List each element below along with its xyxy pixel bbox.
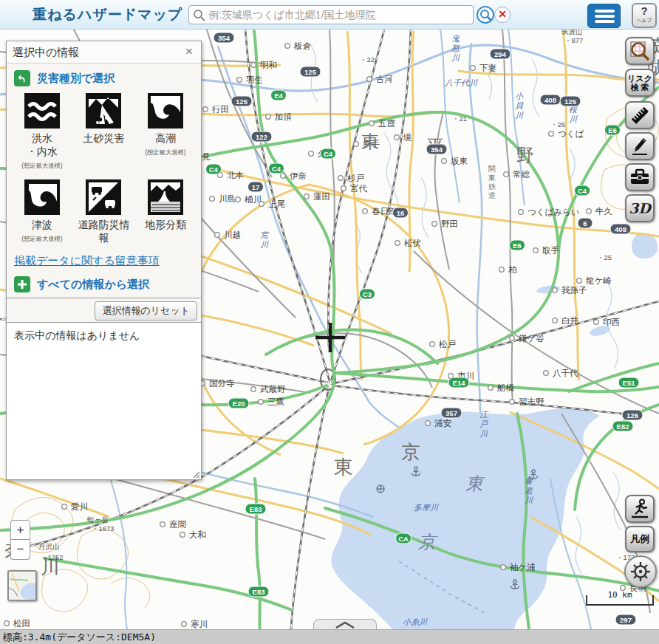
disaster-type-section[interactable]: 災害種別で選択: [7, 64, 201, 90]
search-submit-button[interactable]: [477, 6, 494, 24]
city-label: 松戸: [439, 340, 457, 349]
water-label: 多摩川: [414, 503, 439, 512]
city-label: 我孫子: [561, 286, 587, 295]
map-search-button[interactable]: [625, 37, 655, 65]
region-label: 東: [361, 131, 379, 152]
search-clear-button[interactable]: ✕: [494, 7, 511, 23]
city-label: 浦安: [434, 419, 452, 428]
minimap-button[interactable]: [7, 570, 37, 601]
shield-label: C4: [324, 150, 333, 158]
elevation-readout: 標高:3.4m(データソース:DEM5A): [3, 631, 156, 643]
shield-label: C4: [209, 165, 219, 174]
city-label: 取手: [542, 246, 559, 255]
zoom-out-button[interactable]: −: [10, 540, 30, 560]
hazard-note: (想定最大規模): [13, 235, 70, 244]
zoom-in-button[interactable]: +: [10, 520, 30, 540]
city-marker: [266, 114, 271, 120]
city-marker: [182, 622, 187, 627]
hazard-note: (想定最大規模): [137, 148, 194, 157]
hazard-grid: 洪水・内水(想定最大規模)土砂災害高潮(想定最大規模)津波(想定最大規模)道路防…: [7, 90, 201, 244]
threed-button[interactable]: 3D: [625, 194, 655, 222]
city-marker: [510, 400, 515, 405]
city-marker: [259, 400, 264, 405]
resize-handle-icon[interactable]: [192, 470, 200, 479]
selected-info-list: 表示中の情報はありません: [7, 322, 201, 479]
evacuation-site-button[interactable]: [625, 495, 655, 523]
data-notes-link[interactable]: 掲載データに関する留意事項: [7, 244, 201, 275]
city-label: 野田: [441, 219, 458, 228]
city-marker: [504, 172, 509, 177]
pencil-icon: [629, 136, 650, 157]
shield-label: 354: [218, 34, 231, 42]
port-mark-icon: [377, 485, 384, 493]
hazard-label: 高潮: [134, 131, 197, 145]
shield-label: 297: [620, 616, 632, 624]
all-info-section[interactable]: すべての情報から選択: [7, 275, 201, 296]
search-input[interactable]: [208, 7, 468, 23]
shield-label: E83: [250, 505, 262, 513]
spot-elevation-label: ・21: [452, 114, 467, 123]
draw-button[interactable]: [625, 132, 655, 160]
measure-button[interactable]: [625, 101, 655, 129]
hazard-flood[interactable]: 洪水・内水(想定最大規模): [11, 93, 73, 171]
risk-search-button[interactable]: リスク 検 索: [625, 69, 655, 97]
city-label: 古河: [376, 75, 393, 83]
city-label: つくば: [558, 129, 585, 138]
help-button[interactable]: ? ヘルプ: [632, 3, 657, 28]
menu-button[interactable]: [587, 4, 621, 28]
shield-label: 126: [626, 411, 638, 419]
city-marker: [251, 63, 256, 68]
city-marker: [510, 336, 515, 341]
shield-label: 354: [431, 145, 443, 154]
hazard-landform[interactable]: 地形分類: [134, 179, 197, 244]
city-label: 板倉: [293, 41, 312, 50]
city-label: 白井: [561, 316, 579, 325]
city-label: 武蔵野: [260, 385, 286, 394]
city-label: 杉戸: [346, 174, 365, 182]
search-icon: [193, 9, 205, 21]
tools-button[interactable]: [625, 163, 655, 191]
minimap-icon: [9, 572, 35, 600]
reset-selection-button[interactable]: 選択情報のリセット: [95, 301, 197, 321]
hazard-tsunami[interactable]: 津波(想定最大規模): [11, 179, 73, 244]
hazard-storm-surge[interactable]: 高潮(想定最大規模): [134, 93, 197, 171]
city-marker: [432, 222, 437, 227]
water-label: 鬼怒川: [451, 34, 460, 62]
city-label: 鎌ケ谷: [519, 334, 544, 343]
city-label: 伊奈: [290, 171, 307, 180]
close-icon[interactable]: ×: [182, 41, 197, 62]
city-label: 龍ケ崎: [586, 276, 612, 285]
city-label: 習志野: [519, 397, 544, 406]
city-label: 羽生: [245, 75, 263, 84]
shield-label: E51: [623, 379, 636, 387]
ruler-icon: [629, 105, 650, 126]
hazard-road-info[interactable]: 道路防災情報: [73, 179, 135, 244]
hazard-landslide[interactable]: 土砂災害: [73, 93, 135, 171]
plus-icon: [14, 276, 30, 292]
city-label: 五霞: [378, 119, 395, 128]
shield-label: E82: [617, 422, 629, 431]
spot-elevation-label: ・22: [360, 55, 375, 64]
gps-target-icon: [630, 561, 651, 582]
city-label: 境: [403, 133, 412, 142]
shield-label: CA: [398, 535, 409, 543]
city-label: 坂東: [451, 157, 468, 165]
city-label: 宮代: [350, 184, 368, 193]
legend-button[interactable]: 凡例: [625, 526, 655, 552]
locate-button[interactable]: [624, 555, 657, 588]
city-label: 川越: [224, 230, 241, 239]
panel-expander-button[interactable]: [313, 619, 377, 629]
shield-label: 408: [615, 225, 626, 233]
city-marker: [309, 151, 314, 157]
hazard-note: (想定最大規模): [13, 162, 70, 171]
hazard-label: ・内水: [11, 145, 73, 158]
hazard-label: 津波: [11, 218, 73, 231]
reset-row: 選択情報のリセット: [7, 298, 201, 322]
shield-label: 357: [445, 409, 457, 417]
city-marker: [338, 176, 344, 181]
city-marker: [587, 209, 592, 214]
panel-title: 選択中の情報: [13, 46, 79, 58]
city-marker: [369, 121, 375, 126]
shield-label: 16: [397, 209, 405, 217]
city-label: 三鷹: [267, 397, 284, 406]
